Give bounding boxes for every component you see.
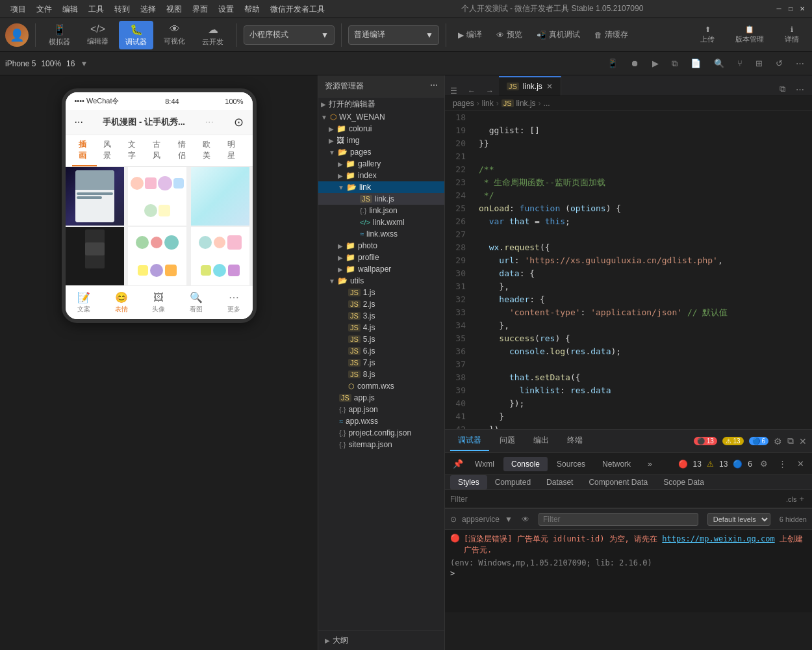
grid-image-2[interactable] (128, 167, 186, 226)
tree-item-photo[interactable]: ▶ 📁 photo (318, 240, 444, 252)
devtools-subtab-console[interactable]: Console (503, 457, 548, 471)
menu-project[interactable]: 项目 (5, 0, 31, 18)
debugger-button[interactable]: 🐛 调试器 (119, 21, 153, 49)
console-filter-input[interactable] (539, 513, 698, 526)
file-tree-more-icon[interactable]: ⋯ (430, 81, 438, 92)
tree-item-link-json[interactable]: {.} link.json (318, 205, 444, 216)
back-button[interactable]: ← (463, 86, 481, 96)
menu-settings[interactable]: 设置 (213, 0, 239, 18)
forward-button[interactable]: → (481, 86, 499, 96)
preview-button[interactable]: 👁 预览 (491, 27, 527, 43)
open-editors-section[interactable]: ▶ 打开的编辑器 (318, 98, 444, 111)
menu-edit[interactable]: 编辑 (57, 0, 83, 18)
tab-text[interactable]: 文字 (121, 135, 146, 166)
upload-button[interactable]: ⬆ 上传 (692, 23, 722, 47)
breadcrumb-more[interactable]: ... (544, 99, 550, 108)
tree-item-5js[interactable]: JS 5.js (318, 333, 444, 345)
play-icon[interactable]: ▶ (650, 57, 661, 70)
more-icon[interactable]: ⋯ (793, 57, 807, 70)
tab-vintage[interactable]: 古风 (146, 135, 171, 166)
grid-image-6[interactable] (191, 227, 249, 285)
tree-item-utils[interactable]: ▼ 📂 utils (318, 275, 444, 287)
grid-image-1[interactable] (66, 167, 124, 226)
cloud-button[interactable]: ☁ 云开发 (196, 21, 230, 49)
menu-wechat[interactable]: 微信开发者工具 (265, 0, 330, 18)
menu-tools[interactable]: 工具 (83, 0, 109, 18)
search-icon[interactable]: 🔍 (711, 57, 727, 70)
style-tab-styles[interactable]: Styles (450, 475, 487, 489)
bottom-nav-avatar[interactable]: 🖼 头像 (152, 292, 165, 314)
tree-item-8js[interactable]: JS 8.js (318, 369, 444, 380)
menu-select[interactable]: 选择 (135, 0, 161, 18)
record-icon[interactable]: ⏺ (628, 57, 642, 70)
style-tab-computed[interactable]: Computed (487, 475, 539, 489)
minimize-button[interactable]: ─ (774, 5, 783, 14)
simulator-button[interactable]: 📱 模拟器 (42, 21, 77, 49)
code-editor[interactable]: 18 19 20 21 22 23 24 25 26 27 28 29 30 3… (445, 111, 812, 429)
tab-couple[interactable]: 情侣 (171, 135, 196, 166)
tab-illustration[interactable]: 插画 (72, 135, 97, 166)
tab-link-js[interactable]: JS link.js ✕ (499, 76, 561, 96)
tree-item-link-wxml[interactable]: </> link.wxml (318, 216, 444, 228)
tab-western[interactable]: 欧美 (196, 135, 221, 166)
copy-icon[interactable]: ⧉ (669, 57, 680, 70)
tree-item-link-wxss[interactable]: ≈ link.wxss (318, 228, 444, 240)
style-tab-scope-data[interactable]: Scope Data (655, 475, 712, 489)
menu-view[interactable]: 视图 (161, 0, 187, 18)
real-device-button[interactable]: 📲 真机调试 (531, 27, 585, 43)
tree-item-link[interactable]: ▼ 📂 link (318, 181, 444, 193)
tree-item-wallpaper[interactable]: ▶ 📁 wallpaper (318, 263, 444, 275)
tree-item-2js[interactable]: JS 2.js (318, 298, 444, 310)
tree-item-projectjson[interactable]: {.} project.config.json (318, 427, 444, 439)
tree-item-img[interactable]: ▶ 🖼 img (318, 135, 444, 146)
refresh-icon[interactable]: ↺ (773, 57, 785, 70)
phone-icon[interactable]: 📱 (605, 57, 620, 70)
tree-item-commwxs[interactable]: ⬡ comm.wxs (318, 380, 444, 392)
git-icon[interactable]: ⑂ (735, 57, 745, 70)
phone-back-icon[interactable]: ··· (75, 116, 83, 128)
tree-item-appjs[interactable]: JS app.js (318, 392, 444, 404)
grid-icon[interactable]: ⊞ (753, 57, 765, 70)
tree-item-profile[interactable]: ▶ 📁 profile (318, 252, 444, 263)
devtools-settings-icon[interactable]: ⚙ (757, 458, 770, 470)
console-cursor[interactable]: > (450, 569, 807, 578)
tab-close-button[interactable]: ✕ (546, 82, 553, 91)
tree-item-6js[interactable]: JS 6.js (318, 345, 444, 357)
devtools-more2-icon[interactable]: ⋮ (776, 458, 789, 470)
menu-file[interactable]: 文件 (31, 0, 57, 18)
devtools-tab-issues[interactable]: 问题 (492, 431, 523, 451)
tree-item-sitemapjson[interactable]: {.} sitemap.json (318, 439, 444, 450)
tab-star[interactable]: 明星 (221, 135, 246, 166)
tree-item-pages[interactable]: ▼ 📂 pages (318, 146, 444, 158)
devtools-tab-terminal[interactable]: 终端 (559, 431, 590, 451)
tree-item-appjson[interactable]: {.} app.json (318, 404, 444, 415)
devtools-tab-debugger[interactable]: 调试器 (450, 431, 489, 451)
style-tab-dataset[interactable]: Dataset (539, 475, 581, 489)
tree-item-link-js[interactable]: JS link.js (318, 193, 444, 205)
bottom-nav-more[interactable]: ⋯ 更多 (227, 291, 240, 314)
close-button[interactable]: ✕ (798, 5, 807, 14)
close-devtools-icon[interactable]: ✕ (799, 436, 807, 447)
compile-button[interactable]: ▶ 编译 (453, 27, 487, 43)
mode-dropdown[interactable]: 小程序模式 ▼ (244, 25, 335, 45)
split-editor-icon[interactable]: ⧉ (777, 83, 788, 96)
console-service-dropdown-icon[interactable]: ▼ (505, 515, 513, 524)
filter-add-icon[interactable]: + (796, 493, 807, 505)
devtools-pin-icon[interactable]: 📌 (450, 458, 466, 470)
console-link[interactable]: https://mp.weixin.qq.com (662, 534, 774, 543)
clear-cache-button[interactable]: 🗑 清缓存 (589, 27, 633, 43)
phone-more-icon[interactable]: ··· (205, 116, 214, 128)
devtools-subtab-wxml[interactable]: Wxml (467, 457, 502, 471)
tree-item-appwxss[interactable]: ≈ app.wxss (318, 415, 444, 427)
maximize-button[interactable]: □ (786, 5, 795, 14)
devtools-subtab-more[interactable]: » (640, 457, 660, 471)
filter-input[interactable] (450, 495, 786, 504)
details-button[interactable]: ℹ 详情 (777, 23, 807, 47)
tree-item-gallery[interactable]: ▶ 📁 gallery (318, 158, 444, 170)
devtools-close2-icon[interactable]: ✕ (794, 458, 807, 470)
chevron-down-icon[interactable]: ▼ (80, 59, 88, 68)
bottom-nav-text[interactable]: 📝 文案 (77, 291, 90, 314)
editor-button[interactable]: </> 编辑器 (81, 21, 115, 49)
tree-item-1js[interactable]: JS 1.js (318, 287, 444, 298)
bookmark-icon[interactable]: 📄 (688, 57, 704, 70)
